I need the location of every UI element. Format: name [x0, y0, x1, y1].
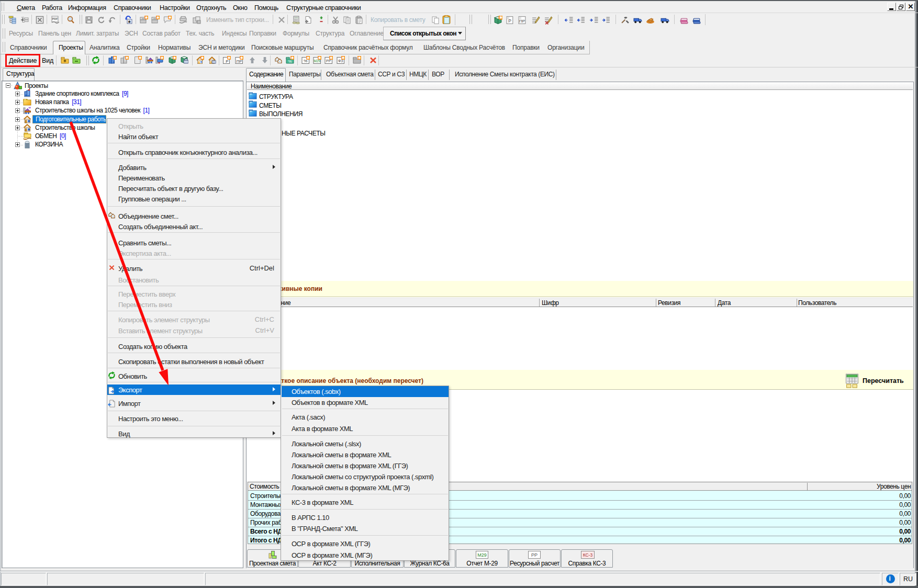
- svg-text:✱: ✱: [330, 56, 333, 60]
- svg-text:✱: ✱: [161, 56, 164, 60]
- svg-text:✱: ✱: [169, 16, 172, 19]
- svg-text:✱: ✱: [128, 20, 131, 24]
- svg-text:ФЗ: ФЗ: [338, 59, 343, 63]
- svg-text:✱: ✱: [291, 56, 294, 60]
- svg-text:✱: ✱: [499, 16, 502, 20]
- svg-text:КС-3: КС-3: [583, 552, 593, 558]
- svg-text:✱: ✱: [318, 56, 321, 60]
- svg-text:✱: ✱: [145, 16, 148, 19]
- svg-text:✱: ✱: [173, 56, 176, 60]
- svg-text:✱: ✱: [307, 56, 310, 60]
- svg-text:✱: ✱: [358, 56, 361, 60]
- svg-text:✱: ✱: [114, 56, 117, 60]
- svg-text:ПР: ПР: [519, 19, 525, 24]
- svg-text:✱: ✱: [126, 56, 129, 60]
- svg-text:PDF: PDF: [52, 17, 59, 20]
- svg-text:Р: Р: [226, 59, 228, 64]
- svg-text:✱: ✱: [201, 56, 204, 60]
- svg-text:М29: М29: [314, 59, 320, 63]
- svg-text:✱: ✱: [156, 16, 160, 19]
- svg-text:РР: РР: [326, 59, 331, 63]
- svg-text:✱: ✱: [342, 56, 345, 60]
- svg-text:✱: ✱: [240, 56, 243, 60]
- svg-text:✱: ✱: [228, 56, 231, 60]
- svg-text:ПР: ПР: [237, 59, 242, 64]
- svg-text:М29: М29: [477, 552, 487, 558]
- svg-text:РР: РР: [531, 552, 538, 558]
- svg-text:✱: ✱: [139, 56, 142, 60]
- svg-text:P: P: [508, 18, 511, 24]
